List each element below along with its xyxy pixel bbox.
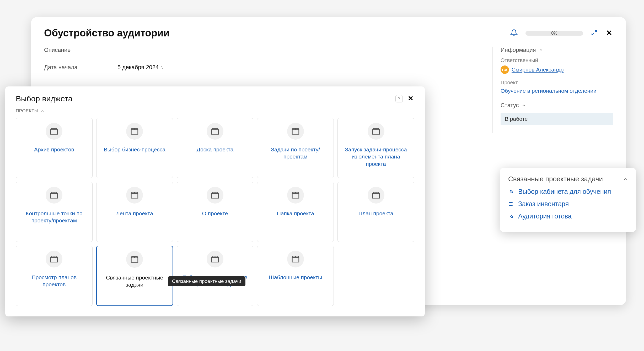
- avatar: СА: [501, 65, 509, 74]
- related-task-item[interactable]: Заказ инвентаря: [508, 200, 628, 208]
- chevron-up-icon: [623, 177, 628, 182]
- bell-icon[interactable]: [510, 29, 518, 37]
- widget-label: Лента проекта: [114, 210, 155, 217]
- related-tasks-panel: Связанные проектные задачи Выбор кабинет…: [500, 168, 636, 232]
- project-label: Проект: [501, 80, 613, 86]
- task-header: Обустройство аудитории 0%: [44, 28, 613, 39]
- widget-option[interactable]: Просмотр планов проектов: [16, 246, 93, 306]
- widget-box-icon: [126, 251, 143, 268]
- task-link-icon: [508, 201, 514, 207]
- widget-option[interactable]: Выбор бизнес-процесса: [96, 118, 173, 178]
- widget-box-icon: [287, 123, 304, 140]
- start-date-row: Дата начала 5 декабря 2024 г.: [44, 64, 482, 71]
- description-label: Описание: [44, 47, 482, 53]
- status-header-label: Статус: [501, 102, 519, 109]
- related-task-label: Заказ инвентаря: [518, 200, 569, 208]
- related-tasks-header[interactable]: Связанные проектные задачи: [508, 175, 628, 183]
- widget-box-icon: [126, 123, 143, 140]
- related-task-item[interactable]: Аудитория готова: [508, 212, 628, 220]
- widget-box-icon: [368, 123, 384, 140]
- task-link-icon: [508, 213, 514, 220]
- dialog-header-actions: ?: [395, 95, 414, 103]
- widget-option[interactable]: Лента проекта: [96, 182, 173, 242]
- progress-bar: 0%: [525, 31, 583, 36]
- tooltip: Связанные проектные задачи: [168, 276, 245, 286]
- widget-option[interactable]: Папка проекта: [257, 182, 334, 242]
- expand-icon[interactable]: [591, 30, 597, 37]
- widget-label: Выбор бизнес-процесса: [102, 146, 168, 153]
- widget-label: Шаблонные проекты: [267, 274, 324, 281]
- widget-label: О проекте: [200, 210, 230, 217]
- progress-text: 0%: [551, 31, 557, 36]
- task-header-actions: 0%: [510, 29, 613, 38]
- task-sidebar: Информация Ответственный СА Смирнов Алек…: [492, 47, 613, 133]
- info-section-header[interactable]: Информация: [501, 47, 613, 53]
- related-task-label: Выбор кабинета для обучения: [518, 188, 611, 195]
- widget-box-icon: [287, 187, 304, 204]
- status-section-header[interactable]: Статус: [501, 102, 613, 109]
- chevron-up-icon: [41, 109, 44, 113]
- widget-box-icon: [126, 187, 143, 204]
- status-section: Статус В работе: [501, 102, 613, 125]
- help-icon[interactable]: ?: [395, 95, 403, 102]
- group-label: ПРОЕКТЫ: [16, 108, 39, 114]
- widget-option[interactable]: Связанные проектные задачи: [96, 246, 173, 306]
- widget-box-icon: [207, 187, 223, 204]
- widget-option[interactable]: Архив проектов: [16, 118, 93, 178]
- dialog-header: Выбор виджета ?: [16, 94, 414, 103]
- widget-label: Доска проекта: [195, 146, 236, 153]
- close-icon[interactable]: [605, 29, 613, 38]
- responsible-row[interactable]: СА Смирнов Александр: [501, 65, 613, 74]
- status-value[interactable]: В работе: [501, 113, 613, 125]
- start-date-value: 5 декабря 2024 г.: [117, 64, 163, 71]
- widget-group-header[interactable]: ПРОЕКТЫ: [16, 108, 414, 114]
- task-link-icon: [508, 189, 514, 195]
- widget-box-icon: [46, 123, 62, 140]
- related-header-label: Связанные проектные задачи: [508, 175, 603, 183]
- widget-box-icon: [46, 187, 62, 204]
- related-task-item[interactable]: Выбор кабинета для обучения: [508, 188, 628, 195]
- widget-label: Архив проектов: [32, 146, 76, 153]
- task-title: Обустройство аудитории: [44, 28, 170, 39]
- related-task-label: Аудитория готова: [518, 212, 572, 220]
- info-section: Информация Ответственный СА Смирнов Алек…: [501, 47, 613, 94]
- widget-option[interactable]: План проекта: [337, 182, 414, 242]
- widget-label: Папка проекта: [275, 210, 316, 217]
- project-link[interactable]: Обучение в региональном отделении: [501, 88, 613, 94]
- start-date-label: Дата начала: [44, 64, 117, 71]
- widget-box-icon: [207, 251, 223, 267]
- widget-option[interactable]: О проекте: [177, 182, 254, 242]
- widget-box-icon: [368, 187, 384, 204]
- widget-label: Запуск задачи-процесса из элемента плана…: [340, 146, 411, 167]
- info-header-label: Информация: [501, 47, 536, 53]
- chevron-up-icon: [539, 48, 543, 52]
- widget-label: Контрольные точки по проекту/проектам: [19, 210, 90, 224]
- responsible-label: Ответственный: [501, 57, 613, 63]
- close-icon[interactable]: [407, 95, 414, 103]
- widget-option[interactable]: Доска проекта: [177, 118, 254, 178]
- widget-option[interactable]: Контрольные точки по проекту/проектам: [16, 182, 93, 242]
- widget-option[interactable]: Таблица прогноза сроков проектных задач: [177, 246, 254, 306]
- widget-box-icon: [46, 251, 62, 267]
- widget-option[interactable]: Задачи по проекту/проектам: [257, 118, 334, 178]
- widget-label: План проекта: [356, 210, 395, 217]
- widget-label: Связанные проектные задачи: [99, 274, 170, 288]
- chevron-up-icon: [522, 103, 526, 108]
- widget-label: Просмотр планов проектов: [19, 274, 90, 288]
- responsible-link[interactable]: Смирнов Александр: [512, 67, 564, 73]
- dialog-title: Выбор виджета: [16, 94, 73, 103]
- widget-box-icon: [287, 251, 304, 267]
- widget-option[interactable]: Шаблонные проекты: [257, 246, 334, 306]
- widget-label: Задачи по проекту/проектам: [260, 146, 331, 160]
- widget-box-icon: [207, 123, 223, 140]
- widget-option[interactable]: Запуск задачи-процесса из элемента плана…: [337, 118, 414, 178]
